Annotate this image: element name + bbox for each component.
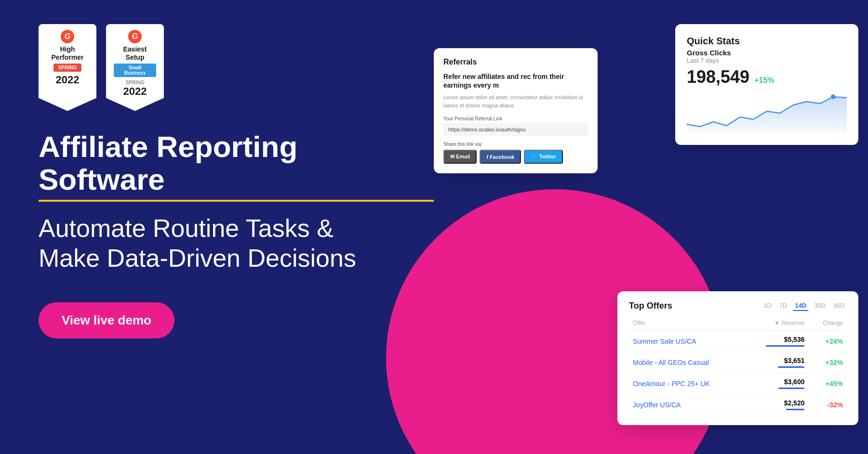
- right-panel: Referrals Refer new affiliates and rec f…: [434, 0, 868, 454]
- quick-stats-value: 198,549: [687, 67, 749, 87]
- badge-year-1: 2022: [56, 74, 80, 86]
- badge-title-1: High Performer: [46, 45, 89, 62]
- offer-name[interactable]: Summer Sale US/CA: [629, 331, 745, 352]
- revenue-cell: $3,600: [745, 373, 809, 394]
- main-heading: Affiliate Reporting Software: [39, 130, 405, 196]
- badge-tag-2: Small Business: [114, 64, 156, 77]
- share-buttons-container: ✉ Email f Facebook 🐦 Twitter: [443, 150, 588, 164]
- left-panel: G High Performer SPRING 2022 G Easiest S…: [0, 0, 434, 454]
- revenue-cell: $2,520: [745, 394, 809, 415]
- top-offers-header: Top Offers 1D 7D 14D 30D 90D: [629, 301, 847, 311]
- cta-button[interactable]: View live demo: [39, 302, 174, 338]
- quick-stats-change: +15%: [754, 76, 774, 85]
- offer-name[interactable]: OneAmour - PPC 25+ UK: [629, 373, 745, 394]
- g2-logo-1: G: [61, 30, 74, 43]
- referrals-heading: Refer new affiliates and rec from their …: [443, 72, 588, 90]
- referrals-card: Referrals Refer new affiliates and rec f…: [434, 48, 598, 173]
- table-row: Summer Sale US/CA$5,536+24%: [629, 331, 847, 352]
- sub-heading-line2: Make Data-Driven Decisions: [39, 244, 356, 272]
- share-twitter-button[interactable]: 🐦 Twitter: [524, 150, 562, 164]
- quick-stats-chart: [687, 93, 847, 131]
- underline-decoration: [39, 200, 434, 202]
- col-change: Change: [808, 318, 847, 331]
- badge-sub-2: SPRING: [126, 80, 144, 85]
- referrals-card-title: Referrals: [443, 58, 588, 66]
- period-tabs: 1D 7D 14D 30D 90D: [761, 301, 847, 311]
- main-content: G High Performer SPRING 2022 G Easiest S…: [0, 0, 868, 454]
- quick-stats-card: Quick Stats Gross Clicks Last 7 days 198…: [675, 24, 858, 145]
- change-cell: -32%: [808, 394, 847, 415]
- badge-tag-1: SPRING: [53, 64, 81, 72]
- period-90d[interactable]: 90D: [831, 301, 847, 311]
- badge-easiest-setup: G Easiest Setup Small Business SPRING 20…: [106, 24, 164, 111]
- quick-stats-period: Last 7 days: [687, 57, 847, 64]
- col-revenue: ▼ Revenue: [745, 318, 809, 331]
- sub-heading-line1: Automate Routine Tasks &: [39, 214, 334, 242]
- badge-title-2: Easiest Setup: [114, 45, 156, 62]
- table-row: JoyOffer US/CA$2,520-32%: [629, 394, 847, 415]
- revenue-cell: $5,536: [745, 331, 809, 352]
- change-cell: +45%: [808, 373, 847, 394]
- top-offers-title: Top Offers: [629, 301, 672, 311]
- share-label: Share this link via:: [443, 142, 588, 147]
- period-14d[interactable]: 14D: [793, 301, 808, 311]
- referrals-body: Lorem ipsum dolor sit amet, consectetur …: [443, 93, 588, 109]
- top-offers-card: Top Offers 1D 7D 14D 30D 90D Offer ▼ Rev…: [617, 291, 858, 425]
- change-cell: +24%: [808, 331, 847, 352]
- top-offers-table: Offer ▼ Revenue Change Summer Sale US/CA…: [629, 318, 847, 415]
- referral-link-label: Your Personal Referral Link: [443, 116, 588, 121]
- period-30d[interactable]: 30D: [812, 301, 828, 311]
- svg-point-0: [831, 94, 836, 99]
- badge-year-2: 2022: [123, 85, 147, 98]
- share-facebook-button[interactable]: f Facebook: [480, 150, 521, 164]
- period-7d[interactable]: 7D: [777, 301, 789, 311]
- sub-heading: Automate Routine Tasks & Make Data-Drive…: [39, 213, 405, 273]
- quick-stats-metric: Gross Clicks: [687, 49, 847, 57]
- badges-container: G High Performer SPRING 2022 G Easiest S…: [39, 24, 405, 111]
- referral-link-value[interactable]: https://demo.scaleo.io/auth/signu: [443, 123, 588, 136]
- g2-logo-2: G: [128, 30, 142, 43]
- col-offer: Offer: [629, 318, 745, 331]
- table-row: Mobile - All GEOs Casual$3,651+32%: [629, 352, 847, 373]
- quick-stats-value-row: 198,549 +15%: [687, 67, 847, 87]
- offer-name[interactable]: JoyOffer US/CA: [629, 394, 745, 415]
- badge-high-performer: G High Performer SPRING 2022: [39, 24, 96, 111]
- revenue-cell: $3,651: [745, 352, 809, 373]
- period-1d[interactable]: 1D: [761, 301, 774, 311]
- change-cell: +32%: [808, 352, 847, 373]
- table-row: OneAmour - PPC 25+ UK$3,600+45%: [629, 373, 847, 394]
- quick-stats-title: Quick Stats: [687, 36, 847, 47]
- share-email-button[interactable]: ✉ Email: [443, 150, 477, 164]
- offer-name[interactable]: Mobile - All GEOs Casual: [629, 352, 745, 373]
